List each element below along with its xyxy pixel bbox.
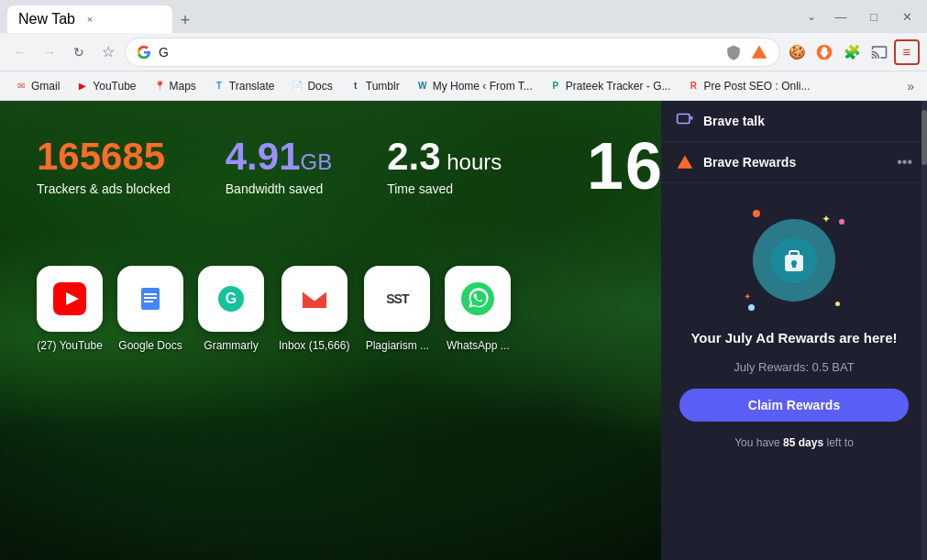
prepost-icon: R [687,80,700,93]
whatsapp-quick-label: WhatsApp ... [447,339,510,352]
youtube-quick-label: (27) YouTube [37,339,103,352]
scrollbar[interactable] [921,101,927,560]
extensions-icon[interactable]: 🧩 [839,39,865,65]
maps-icon: 📍 [153,80,166,93]
trackers-count: 165685 [37,137,171,176]
quick-access-inbox[interactable]: Inbox (15,666) [279,266,349,352]
bookmark-prepost[interactable]: R Pre Post SEO : Onli... [679,75,817,97]
bookmark-docs-label: Docs [307,80,332,93]
rewards-body: ✦ ✦ Your July Ad Rewards are here [661,183,927,560]
brave-icon[interactable] [811,39,837,65]
bandwidth-label: Bandwidth saved [226,181,332,196]
bookmark-youtube-label: YouTube [93,80,136,93]
bookmark-maps-label: Maps [170,80,196,93]
svg-point-12 [461,282,494,315]
stat-trackers: 165685 Trackers & ads blocked [37,137,171,196]
rewards-section: Brave Rewards ••• ✦ ✦ [661,142,927,560]
quick-access-section: (27) YouTube Google Docs G [37,266,511,352]
svg-rect-6 [144,297,157,299]
inbox-quick-icon [281,266,348,332]
close-button[interactable]: ✕ [894,4,920,29]
bookmark-gmail[interactable]: ✉ Gmail [7,75,67,97]
svg-rect-13 [678,115,690,124]
bookmark-docs[interactable]: 📄 Docs [283,75,339,97]
bookmark-translate[interactable]: T Translate [205,75,282,97]
bookmark-tumblr[interactable]: t Tumblr [342,75,407,97]
maximize-button[interactable]: □ [861,4,887,29]
svg-rect-7 [144,301,153,302]
browser-menu-button[interactable]: ≡ [894,39,920,65]
bookmark-button[interactable]: ☆ [95,39,121,65]
bookmark-gmail-label: Gmail [31,80,60,93]
window-controls: — □ ✕ [828,4,920,29]
quick-access-whatsapp[interactable]: WhatsApp ... [445,266,511,352]
address-bar-container [125,38,780,67]
minimize-button[interactable]: — [828,4,854,29]
browser-toolbar: ← → ↻ ☆ 🍪 [0,33,927,71]
tab-close-button[interactable]: × [83,12,97,27]
tumblr-icon: t [349,80,362,93]
grammarly-quick-label: Grammarly [204,339,258,352]
grammarly-quick-icon: G [198,266,264,332]
toolbar-right-icons: 🍪 🧩 ≡ [784,39,920,65]
rewards-header: Brave Rewards ••• [661,142,927,183]
bookmarks-more-button[interactable]: » [901,75,920,97]
new-tab-button[interactable]: + [172,7,198,33]
brave-rewards-icon[interactable] [750,43,768,61]
svg-text:G: G [226,291,237,306]
quick-access-youtube[interactable]: (27) YouTube [37,266,103,352]
bookmark-translate-label: Translate [229,80,275,93]
stat-bandwidth: 4.91GB Bandwidth saved [226,137,332,196]
bookmark-prepost-label: Pre Post SEO : Onli... [703,80,810,93]
claim-rewards-button[interactable]: Claim Rewards [679,389,909,422]
address-input[interactable] [159,45,717,60]
svg-point-15 [791,260,797,266]
google-logo-icon [137,45,151,60]
tab-area: New Tab × + [7,0,795,33]
rewards-trophy-icon [753,219,835,302]
rewards-label: Brave Rewards [703,155,888,170]
bookmarks-bar: ✉ Gmail ▶ YouTube 📍 Maps T Translate 📄 D… [0,71,927,101]
prateek-icon: P [549,80,562,93]
brave-shield-icon[interactable] [724,43,743,61]
docs-icon: 📄 [291,80,303,93]
bookmark-youtube[interactable]: ▶ YouTube [69,75,143,97]
myhome-icon: W [416,80,429,93]
bookmark-myhome[interactable]: W My Home ‹ From T... [409,75,540,97]
active-tab[interactable]: New Tab × [7,5,172,33]
plagiarism-quick-label: Plagiarism ... [366,339,429,352]
tab-overflow-button[interactable]: ⌄ [799,4,824,29]
rewards-title: Your July Ad Rewards are here! [690,330,897,346]
dot-3 [835,302,840,306]
quick-access-grammarly[interactable]: G Grammarly [198,266,264,352]
quick-access-docs[interactable]: Google Docs [117,266,183,352]
bookmark-prateek[interactable]: P Prateek Tracker - G... [542,75,679,97]
docs-quick-label: Google Docs [118,339,182,352]
svg-rect-16 [792,263,796,268]
gmail-icon: ✉ [15,80,28,93]
time-label: Time saved [387,181,502,196]
stat-time: 2.3 hours Time saved [387,137,502,196]
forward-button[interactable]: → [37,39,62,65]
rewards-graphic-wrapper: ✦ ✦ [739,205,849,315]
cast-icon[interactable] [866,39,892,65]
bookmark-maps[interactable]: 📍 Maps [146,75,204,97]
main-content: 165685 Trackers & ads blocked 4.91GB Ban… [0,101,927,560]
reload-button[interactable]: ↻ [66,39,92,65]
back-button[interactable]: ← [7,39,33,65]
side-panel: Brave talk Brave Rewards ••• [661,101,927,560]
bandwidth-count: 4.91GB [226,137,332,176]
title-bar: New Tab × + ⌄ — □ ✕ [0,0,927,33]
scrollbar-thumb[interactable] [921,110,927,165]
rewards-footer: You have 85 days left to [734,436,854,449]
cookie-icon[interactable]: 🍪 [784,39,810,65]
dot-4 [748,304,755,311]
inbox-quick-label: Inbox (15,666) [279,339,349,352]
bookmark-myhome-label: My Home ‹ From T... [433,80,533,93]
svg-rect-5 [144,293,157,295]
tab-title: New Tab [18,11,75,27]
quick-access-plagiarism[interactable]: SST Plagiarism ... [364,266,430,352]
translate-icon: T [213,80,226,93]
rewards-more-button[interactable]: ••• [897,154,912,170]
brave-talk-section: Brave talk [661,101,927,142]
